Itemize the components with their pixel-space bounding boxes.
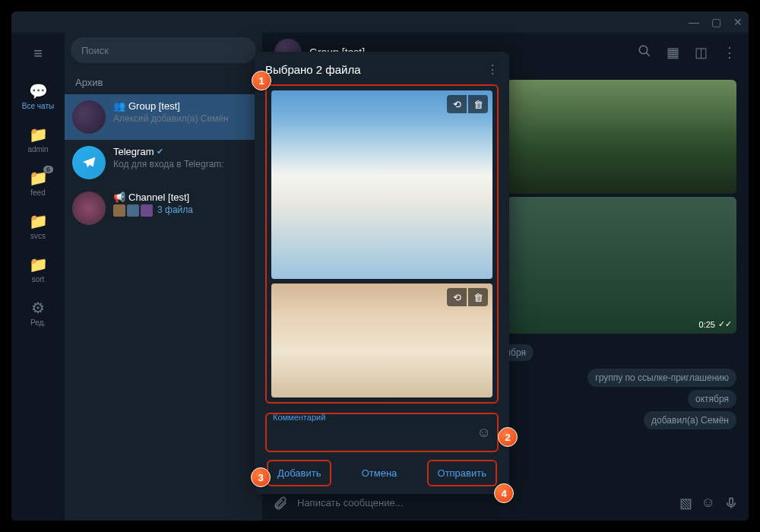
folder-sidebar: ≡ 💬 Все чаты 📁 admin 📁 feed 6 📁 svcs 📁 s… — [11, 33, 65, 521]
sidebar-item-feed[interactable]: 📁 feed 6 — [15, 164, 61, 201]
more-icon[interactable]: ⋮ — [723, 44, 736, 61]
attach-icon[interactable] — [273, 496, 288, 511]
cancel-button[interactable]: Отмена — [353, 461, 407, 485]
close-button[interactable]: ✕ — [733, 16, 743, 28]
chat-row[interactable]: 👥Group [test] Алексей добавил(a) Семён — [65, 94, 262, 140]
avatar — [72, 100, 106, 134]
sidebar-label: admin — [27, 145, 48, 154]
service-message: группу по ссылке-приглашению — [587, 369, 736, 387]
search-icon[interactable] — [638, 44, 651, 61]
service-message: октября — [688, 390, 736, 408]
service-message: добавил(a) Семён — [644, 411, 736, 429]
annotation-marker-1: 1 — [252, 71, 271, 90]
send-files-modal: Выбрано 2 файла ⋮ ⟲ 🗑 ⟲ 🗑 Комментарий ☺ … — [255, 52, 509, 494]
avatar — [72, 192, 106, 225]
media-item[interactable]: 0:25✓✓ — [507, 197, 736, 334]
file-preview[interactable]: ⟲ 🗑 — [271, 283, 492, 397]
sidebar-label: feed — [30, 188, 45, 197]
modal-menu-icon[interactable]: ⋮ — [486, 62, 499, 77]
chat-list: Поиск Архив 👥Group [test] Алексей добави… — [65, 33, 262, 521]
folder-icon: 📁 — [29, 212, 48, 230]
sidebar-label: svcs — [30, 232, 46, 240]
caption-input[interactable] — [273, 423, 477, 448]
emoji-icon[interactable]: ☺ — [701, 495, 715, 511]
channel-icon: 📢 — [113, 192, 125, 203]
emoji-icon[interactable]: ☺ — [477, 425, 491, 441]
commands-icon[interactable]: ▧ — [679, 495, 692, 511]
minimize-button[interactable]: — — [689, 16, 699, 28]
delete-icon[interactable]: 🗑 — [468, 288, 488, 306]
chat-preview: Алексей добавил(a) Семён — [113, 113, 255, 124]
media-thumbs: 3 файла — [113, 204, 255, 217]
file-preview[interactable]: ⟲ 🗑 — [271, 90, 492, 279]
add-button[interactable]: Добавить — [267, 460, 331, 486]
chats-icon: 💬 — [29, 82, 48, 100]
mic-icon[interactable] — [724, 496, 738, 510]
sidebar-label: sort — [32, 275, 45, 283]
comments-icon[interactable]: ▦ — [667, 44, 679, 61]
svg-rect-1 — [730, 498, 733, 505]
avatar — [72, 146, 106, 179]
sidebar-item-sort[interactable]: 📁 sort — [15, 251, 61, 288]
preview-container: ⟲ 🗑 ⟲ 🗑 — [265, 84, 499, 404]
sidebar-item-admin[interactable]: 📁 admin — [15, 121, 61, 158]
folder-icon: 📁 — [29, 125, 48, 144]
annotation-marker-3: 3 — [251, 467, 271, 487]
chat-name: Channel [test] — [128, 192, 189, 203]
sidepanel-icon[interactable]: ◫ — [695, 44, 708, 61]
annotation-marker-2: 2 — [498, 427, 518, 447]
settings-icon: ⚙ — [31, 299, 45, 317]
media-item[interactable] — [507, 80, 736, 194]
sidebar-label: Ред. — [30, 318, 46, 327]
search-input[interactable]: Поиск — [71, 37, 256, 63]
preview-image — [271, 90, 492, 279]
send-button[interactable]: Отправить — [427, 460, 497, 486]
verified-icon: ✔ — [157, 147, 163, 157]
modal-title: Выбрано 2 файла — [265, 63, 361, 76]
unread-badge: 6 — [43, 166, 53, 173]
caption-field[interactable]: Комментарий ☺ — [265, 413, 499, 452]
video-duration: 0:25✓✓ — [699, 319, 732, 329]
titlebar: — ▢ ✕ — [11, 11, 749, 33]
sidebar-label: Все чаты — [22, 102, 54, 110]
group-icon: 👥 — [113, 100, 125, 112]
sidebar-item-all-chats[interactable]: 💬 Все чаты — [15, 78, 61, 115]
menu-icon[interactable]: ≡ — [33, 45, 43, 62]
chat-preview: Код для входа в Telegram: — [113, 159, 255, 169]
maximize-button[interactable]: ▢ — [711, 16, 721, 28]
svg-point-0 — [639, 46, 648, 54]
folder-icon: 📁 — [29, 255, 48, 274]
annotation-marker-4: 4 — [494, 483, 514, 503]
sidebar-item-svcs[interactable]: 📁 svcs — [15, 207, 61, 245]
archive-row[interactable]: Архив — [65, 71, 262, 94]
reorder-icon[interactable]: ⟲ — [447, 288, 467, 306]
message-input[interactable]: Написать сообщение... — [297, 497, 670, 508]
chat-row[interactable]: Telegram✔ Код для входа в Telegram: — [65, 140, 262, 185]
sidebar-item-edit[interactable]: ⚙ Ред. — [15, 294, 61, 331]
caption-label: Комментарий — [273, 413, 325, 422]
reorder-icon[interactable]: ⟲ — [447, 95, 467, 113]
chat-row[interactable]: 📢Channel [test] 3 файла — [65, 185, 262, 231]
chat-name: Telegram — [113, 146, 154, 157]
chat-preview: 3 файла — [157, 204, 193, 217]
chat-name: Group [test] — [128, 100, 180, 112]
delete-icon[interactable]: 🗑 — [468, 95, 488, 113]
